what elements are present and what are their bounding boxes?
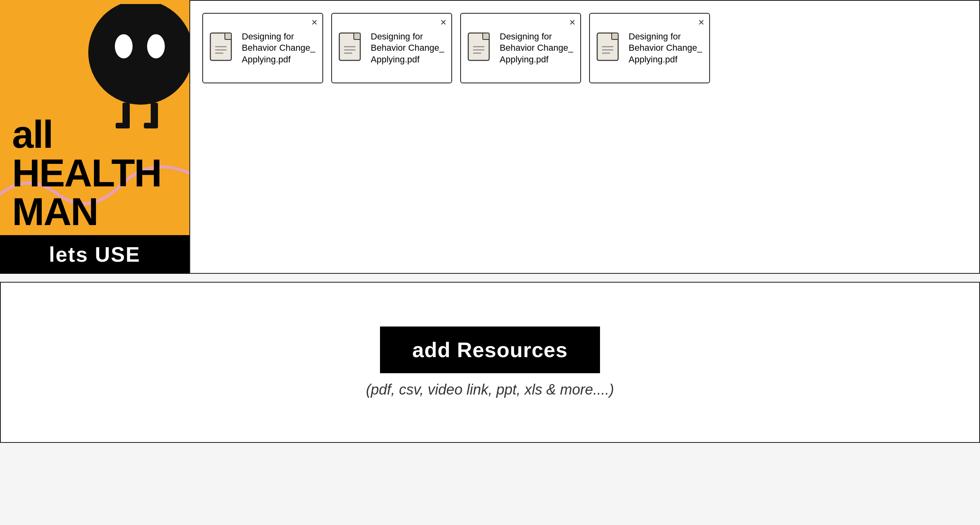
add-resources-section: add Resources (pdf, csv, video link, ppt… bbox=[0, 282, 980, 443]
title-line2: HEALTH bbox=[12, 151, 161, 194]
files-panel: × Designing for Behavior Change_ Applyin… bbox=[189, 0, 980, 274]
file-icon bbox=[596, 32, 622, 64]
file-card[interactable]: × Designing for Behavior Change_ Applyin… bbox=[202, 13, 323, 83]
book-cover-content: all HEALTH MAN lets USE bbox=[0, 0, 189, 274]
svg-point-0 bbox=[88, 4, 189, 105]
svg-point-2 bbox=[147, 34, 165, 58]
file-card[interactable]: × Designing for Behavior Change_ Applyin… bbox=[331, 13, 452, 83]
file-name: Designing for Behavior Change_ Applying.… bbox=[242, 31, 316, 66]
title-line3: MAN bbox=[12, 190, 98, 233]
title-line1: all bbox=[12, 113, 53, 156]
file-name: Designing for Behavior Change_ Applying.… bbox=[629, 31, 703, 66]
file-icon bbox=[467, 32, 493, 64]
close-icon[interactable]: × bbox=[569, 17, 575, 27]
page-container: all HEALTH MAN lets USE × bbox=[0, 0, 980, 443]
svg-rect-18 bbox=[483, 33, 489, 39]
file-name: Designing for Behavior Change_ Applying.… bbox=[371, 31, 445, 66]
file-types-hint: (pdf, csv, video link, ppt, xls & more..… bbox=[366, 381, 614, 398]
close-icon[interactable]: × bbox=[311, 17, 318, 27]
file-icon bbox=[338, 32, 364, 64]
book-title: all HEALTH MAN bbox=[0, 107, 189, 231]
svg-rect-23 bbox=[612, 33, 618, 39]
top-section: all HEALTH MAN lets USE × bbox=[0, 0, 980, 274]
svg-point-1 bbox=[115, 34, 133, 58]
file-icon bbox=[210, 32, 235, 64]
close-icon[interactable]: × bbox=[698, 17, 704, 27]
svg-rect-8 bbox=[225, 33, 231, 39]
book-cover: all HEALTH MAN lets USE bbox=[0, 0, 189, 274]
file-card[interactable]: × Designing for Behavior Change_ Applyin… bbox=[460, 13, 581, 83]
book-title-text: all HEALTH MAN bbox=[12, 115, 177, 231]
file-card[interactable]: × Designing for Behavior Change_ Applyin… bbox=[589, 13, 710, 83]
book-subtitle-text: lets USE bbox=[49, 243, 141, 266]
file-name: Designing for Behavior Change_ Applying.… bbox=[500, 31, 574, 66]
add-resources-button[interactable]: add Resources bbox=[380, 327, 600, 373]
close-icon[interactable]: × bbox=[440, 17, 446, 27]
svg-rect-13 bbox=[354, 33, 360, 39]
